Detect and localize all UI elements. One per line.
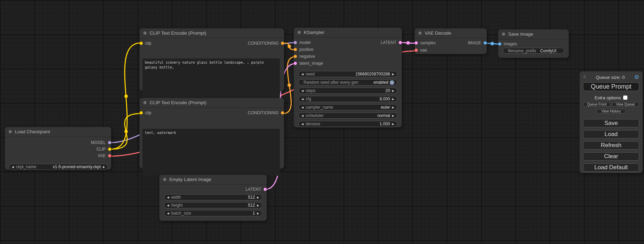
stepper-right-icon[interactable]: ▶: [392, 114, 394, 117]
steps-widget[interactable]: ◀ steps 20 ▶: [298, 88, 397, 94]
stepper-left-icon[interactable]: ◀: [301, 89, 303, 92]
stepper-right-icon[interactable]: ▶: [257, 196, 259, 199]
clip-input-pin[interactable]: [140, 42, 143, 45]
drag-handle-icon[interactable]: ⠿: [583, 75, 586, 80]
stepper-left-icon[interactable]: ◀: [301, 114, 303, 117]
stepper-left-icon[interactable]: ◀: [301, 106, 303, 109]
image-output-pin[interactable]: [484, 42, 487, 45]
node-title: CLIP Text Encode (Prompt): [150, 30, 206, 36]
latent-image-input-pin[interactable]: [294, 62, 297, 65]
random-seed-toggle-widget[interactable]: Random seed after every gen enabled: [298, 79, 397, 85]
scheduler-widget[interactable]: ◀ scheduler normal ▶: [298, 112, 397, 119]
node-load-checkpoint[interactable]: Load Checkpoint MODEL CLIP VAE ◀ ckpt_na…: [5, 127, 111, 170]
model-output-pin[interactable]: [108, 141, 111, 144]
gear-icon[interactable]: ⚙: [634, 74, 639, 80]
stepper-left-icon[interactable]: ◀: [301, 123, 303, 126]
node-title-bar[interactable]: VAE Decode: [415, 28, 487, 38]
link-dot: [124, 130, 128, 133]
view-history-button[interactable]: View History: [597, 109, 626, 114]
output-slot-latent[interactable]: LATENT: [159, 186, 267, 193]
latent-output-pin[interactable]: [399, 41, 402, 44]
node-vae-decode[interactable]: VAE Decode samples IMAGE vae: [415, 28, 487, 54]
sampler-name-widget[interactable]: ◀ sampler_name euler ▶: [298, 104, 397, 110]
prompt-textarea[interactable]: text, watermark: [142, 129, 280, 176]
input-slot-vae[interactable]: vae: [415, 47, 487, 54]
stepper-left-icon[interactable]: ◀: [167, 204, 169, 207]
view-queue-button[interactable]: View Queue: [612, 102, 639, 107]
node-collapse-dot[interactable]: [143, 31, 147, 35]
cfg-widget[interactable]: ◀ cfg 8.000 ▶: [298, 96, 397, 102]
save-button[interactable]: Save: [583, 119, 639, 127]
stepper-right-icon[interactable]: ▶: [392, 73, 394, 76]
input-slot-negative[interactable]: negative: [294, 53, 402, 60]
positive-input-pin[interactable]: [294, 48, 297, 51]
samples-input-pin[interactable]: [415, 42, 418, 45]
seed-widget[interactable]: ◀ seed 156680208700286 ▶: [298, 71, 397, 77]
stepper-right-icon[interactable]: ▶: [392, 98, 394, 101]
filename-prefix-widget[interactable]: filename_prefix ComfyUI: [503, 48, 564, 54]
load-default-button[interactable]: Load Default: [583, 163, 639, 172]
node-title-bar[interactable]: Empty Latent Image: [159, 175, 267, 185]
model-input-pin[interactable]: [294, 41, 297, 44]
batch-size-widget[interactable]: ◀ batch_size 1 ▶: [164, 210, 262, 216]
vae-output-pin[interactable]: [108, 154, 111, 157]
slot-row: clip CONDITIONING: [140, 109, 284, 116]
node-title: KSampler: [304, 30, 324, 35]
node-title-bar[interactable]: Save Image: [498, 29, 569, 39]
conditioning-output-pin[interactable]: [281, 42, 284, 45]
input-slot-positive[interactable]: positive: [294, 46, 402, 53]
node-title-bar[interactable]: Load Checkpoint: [5, 127, 111, 137]
toggle-dot[interactable]: [390, 80, 394, 85]
node-collapse-dot[interactable]: [163, 178, 166, 181]
input-slot-latent-image[interactable]: latent_image: [294, 60, 402, 67]
stepper-left-icon[interactable]: ◀: [301, 73, 303, 76]
stepper-right-icon[interactable]: ▶: [392, 106, 394, 109]
node-collapse-dot[interactable]: [418, 31, 422, 35]
latent-output-pin[interactable]: [264, 188, 267, 191]
extra-options-checkbox[interactable]: [623, 96, 627, 100]
queue-panel[interactable]: ⠿ Queue size: 0 ⚙ Queue Prompt Extra opt…: [580, 71, 643, 173]
node-collapse-dot[interactable]: [143, 101, 147, 104]
stepper-right-icon[interactable]: ▶: [392, 123, 394, 126]
node-title-bar[interactable]: KSampler: [294, 28, 402, 38]
output-slot-clip[interactable]: CLIP: [5, 146, 111, 152]
clip-input-pin[interactable]: [140, 111, 143, 115]
denoise-widget[interactable]: ◀ denoise 1.000 ▶: [298, 121, 397, 127]
stepper-left-icon[interactable]: ◀: [167, 212, 169, 215]
queue-front-button[interactable]: Queue Front: [583, 102, 611, 107]
vae-input-pin[interactable]: [415, 49, 418, 52]
images-input-pin[interactable]: [498, 43, 501, 46]
clip-output-pin[interactable]: [108, 147, 111, 151]
height-widget[interactable]: ◀ height 512 ▶: [164, 202, 262, 208]
load-button[interactable]: Load: [583, 130, 639, 138]
node-graph-canvas[interactable]: Load Checkpoint MODEL CLIP VAE ◀ ckpt_na…: [0, 0, 644, 244]
node-collapse-dot[interactable]: [298, 31, 301, 34]
conditioning-output-pin[interactable]: [281, 111, 284, 115]
stepper-right-icon[interactable]: ▶: [257, 204, 259, 207]
stepper-left-icon[interactable]: ◀: [12, 165, 14, 169]
output-slot-model[interactable]: MODEL: [5, 139, 111, 146]
node-clip-text-encode-negative[interactable]: CLIP Text Encode (Prompt) clip CONDITION…: [140, 98, 284, 169]
stepper-left-icon[interactable]: ◀: [301, 98, 303, 101]
width-widget[interactable]: ◀ width 512 ▶: [164, 194, 262, 200]
prompt-textarea[interactable]: beautiful scenery nature glass bottle la…: [142, 58, 280, 98]
node-collapse-dot[interactable]: [9, 130, 12, 133]
input-slot-images[interactable]: images: [498, 40, 569, 47]
refresh-button[interactable]: Refresh: [583, 141, 639, 150]
node-clip-text-encode-positive[interactable]: CLIP Text Encode (Prompt) clip CONDITION…: [140, 28, 284, 91]
stepper-left-icon[interactable]: ◀: [167, 196, 169, 199]
node-save-image[interactable]: Save Image images filename_prefix ComfyU…: [498, 29, 569, 58]
node-title-bar[interactable]: CLIP Text Encode (Prompt): [140, 28, 284, 38]
negative-input-pin[interactable]: [294, 55, 297, 58]
node-collapse-dot[interactable]: [502, 33, 505, 36]
stepper-right-icon[interactable]: ▶: [103, 165, 105, 169]
output-slot-vae[interactable]: VAE: [5, 152, 111, 159]
node-ksampler[interactable]: KSampler model LATENT positive negative …: [294, 28, 402, 127]
stepper-right-icon[interactable]: ▶: [392, 89, 394, 92]
stepper-right-icon[interactable]: ▶: [257, 212, 259, 215]
ckpt-name-widget[interactable]: ◀ ckpt_name v1-5-pruned-emaonly.ckpt ▶: [9, 164, 108, 170]
queue-prompt-button[interactable]: Queue Prompt: [583, 82, 639, 91]
clear-button[interactable]: Clear: [583, 152, 639, 161]
node-empty-latent-image[interactable]: Empty Latent Image LATENT ◀ width 512 ▶ …: [159, 175, 267, 221]
node-title-bar[interactable]: CLIP Text Encode (Prompt): [140, 98, 284, 108]
